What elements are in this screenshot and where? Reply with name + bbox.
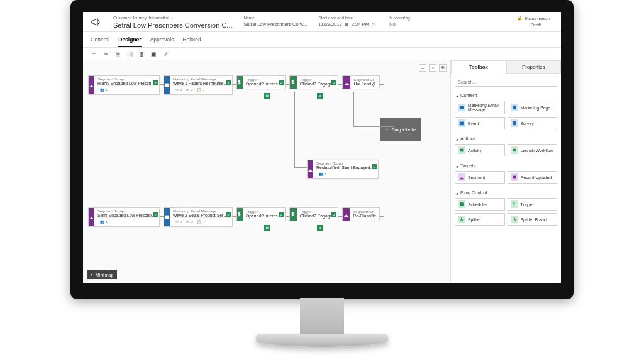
segment-icon: [89, 208, 94, 226]
segment-icon: [89, 76, 94, 94]
tool-splitter-branch[interactable]: Splitter Branch: [508, 213, 558, 226]
zoom-out-button[interactable]: −: [419, 64, 426, 72]
tile-trigger[interactable]: TriggerClicked? Engaged: [289, 75, 338, 89]
megaphone-icon: [89, 16, 102, 28]
chevron-down-icon: ▾: [171, 16, 173, 20]
tool-event[interactable]: Event: [455, 117, 505, 129]
drag-placeholder[interactable]: ＋Drag a tile he: [380, 118, 421, 141]
copy-button[interactable]: ⎘: [114, 50, 121, 57]
tile-segment-group[interactable]: Segment GroupSemi-Engaged Low Prescriber…: [88, 207, 160, 227]
svg-rect-6: [460, 149, 464, 152]
splitter-branch-icon: [511, 216, 518, 223]
name-value: Setral Low Prescribers Conv...: [244, 21, 308, 27]
splitter-icon: [458, 216, 465, 223]
activity-icon: [458, 146, 465, 154]
section-targets[interactable]: Targets: [451, 160, 561, 170]
start-time: 3:24 PM: [352, 21, 369, 27]
check-icon: [226, 212, 231, 217]
toolbox-search[interactable]: [455, 77, 557, 87]
breadcrumb[interactable]: Customer Journey: Information ▾: [113, 16, 233, 20]
trigger-icon: [290, 208, 297, 221]
svg-point-7: [513, 149, 516, 152]
segment-icon: [343, 208, 350, 221]
trigger-icon: [290, 76, 297, 89]
branch-x-node[interactable]: [264, 93, 270, 99]
section-flow-control[interactable]: Flow Control: [451, 187, 561, 197]
start-date: 11/29/2018: [318, 21, 342, 27]
snapshot-button[interactable]: ▣: [150, 50, 157, 57]
check-icon: [153, 80, 158, 85]
cut-button[interactable]: ✂: [103, 50, 109, 57]
search-input[interactable]: [458, 79, 554, 85]
survey-icon: [511, 119, 518, 127]
trigger-icon: [511, 200, 518, 208]
check-icon: [153, 212, 158, 217]
fit-button[interactable]: ⊞: [439, 64, 447, 72]
tool-marketing-email[interactable]: Marketing Email Message: [455, 101, 505, 114]
delete-button[interactable]: 🗑: [138, 50, 145, 57]
trigger-icon: [237, 208, 243, 221]
tile-marketing-email[interactable]: Marketing Email MessageWave 1 Patient Re…: [164, 75, 233, 95]
tool-scheduler[interactable]: Scheduler: [455, 198, 505, 211]
clock-icon[interactable]: ◷: [372, 22, 375, 27]
branch-x-node[interactable]: [264, 225, 270, 231]
branch-x-node[interactable]: [317, 93, 323, 99]
recurring-label: Is recurring: [389, 16, 421, 20]
status-value: Draft: [517, 22, 555, 28]
tool-segment[interactable]: Segment: [455, 171, 505, 184]
check-icon: [372, 164, 377, 169]
tile-segment-group-partial[interactable]: Segment GrRe-Classifie: [342, 207, 380, 221]
tool-trigger[interactable]: Trigger: [508, 198, 558, 211]
svg-rect-3: [513, 106, 516, 109]
tile-marketing-email[interactable]: Marketing Email MessageWave 2 Setral Pro…: [164, 207, 233, 227]
branch-x-node[interactable]: [317, 225, 323, 231]
tab-general[interactable]: General: [91, 35, 109, 47]
tile-segment-group-reclass[interactable]: Segment GroupReclassified: Semi-Engaged …: [307, 160, 379, 179]
chevron-right-icon: ▸: [91, 272, 93, 277]
zoom-in-button[interactable]: ＋: [429, 64, 436, 72]
svg-rect-5: [513, 121, 516, 125]
mail-icon: [458, 104, 465, 111]
record-header: Customer Journey: Information ▾ Setral L…: [83, 12, 561, 32]
tab-toolbox[interactable]: Toolbox: [451, 60, 506, 74]
minimap-toggle[interactable]: ▸Mini map: [87, 270, 117, 279]
record-icon: [511, 173, 518, 181]
tile-segment-group-partial[interactable]: Segment GrHot Lead (L: [342, 75, 380, 89]
start-label: Start date and time: [318, 16, 378, 20]
tile-segment-group[interactable]: Segment GroupHighly Engaged Low Prescrib…: [88, 75, 160, 95]
tile-trigger[interactable]: TriggerOpened? Interested: [236, 207, 286, 221]
tool-record-updated[interactable]: Record Updated: [508, 171, 558, 184]
tab-related[interactable]: Related: [182, 35, 201, 47]
tool-survey[interactable]: Survey: [508, 117, 558, 129]
tab-approvals[interactable]: Approvals: [150, 35, 174, 47]
tab-designer[interactable]: Designer: [118, 35, 141, 47]
expand-button[interactable]: ⤢: [162, 50, 169, 57]
tool-marketing-page[interactable]: Marketing Page: [508, 101, 558, 114]
plus-icon: ＋: [385, 127, 389, 133]
right-panel: Toolbox Properties Content Marketing Ema…: [451, 60, 561, 282]
tile-trigger[interactable]: TriggerClicked? Engaged: [289, 207, 338, 221]
add-button[interactable]: +: [91, 50, 97, 57]
recurring-value: No: [389, 21, 421, 27]
people-icon: 👥 1: [100, 87, 108, 92]
svg-rect-2: [460, 106, 464, 109]
calendar-icon[interactable]: ▦: [345, 22, 349, 27]
tile-trigger[interactable]: TriggerOpened? Interested: [236, 75, 286, 89]
tool-activity[interactable]: Activity: [455, 144, 505, 156]
journey-canvas[interactable]: − ＋ ⊞ Segment GroupHighly Engaged: [83, 60, 451, 282]
name-label: Name: [244, 16, 308, 20]
scheduler-icon: [458, 200, 465, 208]
tab-properties[interactable]: Properties: [506, 60, 562, 74]
page-title: Setral Low Prescribers Conversion C...: [113, 21, 233, 29]
page-icon: [511, 104, 518, 111]
section-actions[interactable]: Actions: [451, 133, 561, 143]
designer-toolbar: + ✂ ⎘ 📋 🗑 ▣ ⤢: [83, 48, 561, 60]
paste-button[interactable]: 📋: [126, 50, 133, 57]
tool-launch-workflow[interactable]: Launch Workflow: [508, 144, 558, 156]
check-icon: [331, 212, 336, 217]
section-content[interactable]: Content: [451, 90, 561, 99]
trigger-icon: [237, 76, 243, 89]
tool-splitter[interactable]: Splitter: [455, 213, 505, 226]
calendar-icon: [458, 119, 465, 127]
record-tabs: General Designer Approvals Related: [83, 32, 561, 48]
